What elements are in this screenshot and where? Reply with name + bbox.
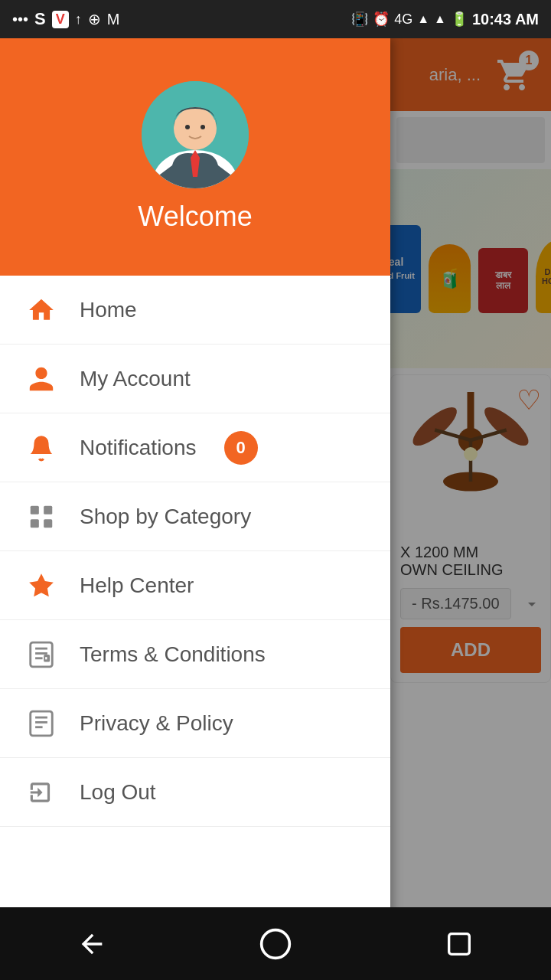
gmail-icon: M xyxy=(107,11,120,28)
avatar xyxy=(142,81,249,188)
main-layout: Welcome Home My Account xyxy=(0,38,551,980)
honey-product: DaburHONEY xyxy=(536,240,551,313)
back-arrow-icon xyxy=(77,929,107,959)
network-label: 4G xyxy=(394,11,412,28)
menu-label-my-account: My Account xyxy=(80,367,191,391)
cart-icon-wrap[interactable]: 1 xyxy=(490,51,539,100)
menu-label-home: Home xyxy=(80,298,137,322)
wishlist-heart-icon[interactable]: ♡ xyxy=(517,384,541,416)
menu-item-my-account[interactable]: My Account xyxy=(0,345,390,413)
svg-point-23 xyxy=(408,401,462,452)
product-card: ♡ xyxy=(390,374,551,683)
drawer-header: Welcome xyxy=(0,38,390,276)
chrome-icon: ⊕ xyxy=(88,10,101,28)
menu-label-help-center: Help Center xyxy=(80,573,194,598)
real-juice-product: RealMixed Fruit xyxy=(390,225,421,313)
add-to-cart-button[interactable]: ADD xyxy=(400,627,541,673)
menu-item-log-out[interactable]: Log Out xyxy=(0,758,390,827)
status-bar-left: ••• S V ↑ ⊕ M xyxy=(12,9,119,29)
drawer: Welcome Home My Account xyxy=(0,38,390,980)
menu-label-privacy-policy: Privacy & Policy xyxy=(80,711,233,736)
menu-label-terms-conditions: Terms & Conditions xyxy=(80,642,266,667)
signal-icon: ▲ xyxy=(417,12,429,26)
location-text: aria, ... xyxy=(429,65,481,85)
search-bar[interactable] xyxy=(396,117,545,163)
back-button[interactable] xyxy=(61,921,122,967)
menu-label-log-out: Log Out xyxy=(80,780,156,805)
svg-point-4 xyxy=(185,125,190,129)
avatar-svg xyxy=(142,81,249,188)
drawer-menu: Home My Account xyxy=(0,276,390,980)
privacy-icon xyxy=(24,707,58,740)
notification-icon xyxy=(24,431,58,465)
svg-rect-11 xyxy=(31,642,53,667)
price-badge[interactable]: - Rs.1475.00 xyxy=(400,588,511,619)
menu-item-shop-by-category[interactable]: Shop by Category xyxy=(0,482,390,551)
alarm-icon: ⏰ xyxy=(373,11,390,28)
notification-badge: 0 xyxy=(224,431,258,465)
svg-rect-17 xyxy=(31,711,53,736)
svg-rect-6 xyxy=(31,505,39,514)
menu-label-shop-by-category: Shop by Category xyxy=(80,505,251,529)
recents-square-icon xyxy=(444,929,474,959)
status-time: 10:43 AM xyxy=(472,11,539,28)
v-browser-icon: V xyxy=(52,11,69,28)
home-circle-icon xyxy=(259,927,292,961)
right-content: aria, ... 1 RealMixed Fruit 🧃 xyxy=(390,38,551,980)
recents-button[interactable] xyxy=(429,921,490,967)
juice-glass-product: 🧃 xyxy=(429,244,471,313)
menu-item-help-center[interactable]: Help Center xyxy=(0,551,390,620)
account-icon xyxy=(24,362,58,396)
menu-item-notifications[interactable]: Notifications 0 xyxy=(0,413,390,482)
svg-rect-7 xyxy=(44,505,52,514)
menu-item-privacy-policy[interactable]: Privacy & Policy xyxy=(0,689,390,758)
svg-rect-8 xyxy=(31,519,39,528)
svg-point-29 xyxy=(464,447,478,461)
svg-point-5 xyxy=(201,125,205,129)
product-banner: RealMixed Fruit 🧃 डाबरलाल DaburHONEY xyxy=(390,169,551,368)
status-bar-right: 📳 ⏰ 4G ▲ ▲ 🔋 10:43 AM xyxy=(351,11,539,28)
menu-label-notifications: Notifications xyxy=(80,436,197,460)
battery-icon: 🔋 xyxy=(451,11,468,28)
vibrate-icon: 📳 xyxy=(351,11,368,28)
menu-item-terms-conditions[interactable]: Terms & Conditions xyxy=(0,620,390,689)
terms-icon xyxy=(24,638,58,671)
svg-rect-31 xyxy=(449,933,470,954)
dots-icon: ••• xyxy=(12,11,28,28)
menu-item-home[interactable]: Home xyxy=(0,276,390,345)
svg-rect-9 xyxy=(44,519,52,528)
share-icon: ↑ xyxy=(75,11,82,28)
logout-icon xyxy=(24,776,58,809)
home-button[interactable] xyxy=(245,921,306,967)
welcome-text: Welcome xyxy=(138,201,252,233)
grid-icon xyxy=(24,500,58,534)
svg-point-30 xyxy=(262,929,290,958)
right-header: aria, ... 1 xyxy=(390,38,551,111)
price-row: - Rs.1475.00 xyxy=(400,588,541,619)
dabur-product: डाबरलाल xyxy=(478,248,528,313)
bottom-navigation xyxy=(0,907,551,980)
price-dropdown-icon[interactable] xyxy=(523,595,541,613)
status-bar: ••• S V ↑ ⊕ M 📳 ⏰ 4G ▲ ▲ 🔋 10:43 AM xyxy=(0,0,551,38)
svg-marker-10 xyxy=(29,573,54,596)
product-title: X 1200 MM OWN CEILING xyxy=(400,544,541,579)
cart-badge: 1 xyxy=(519,51,539,70)
skype-icon: S xyxy=(34,9,46,29)
signal2-icon: ▲ xyxy=(434,12,446,26)
help-icon xyxy=(24,569,58,603)
home-icon xyxy=(24,293,58,327)
svg-point-3 xyxy=(174,107,217,150)
